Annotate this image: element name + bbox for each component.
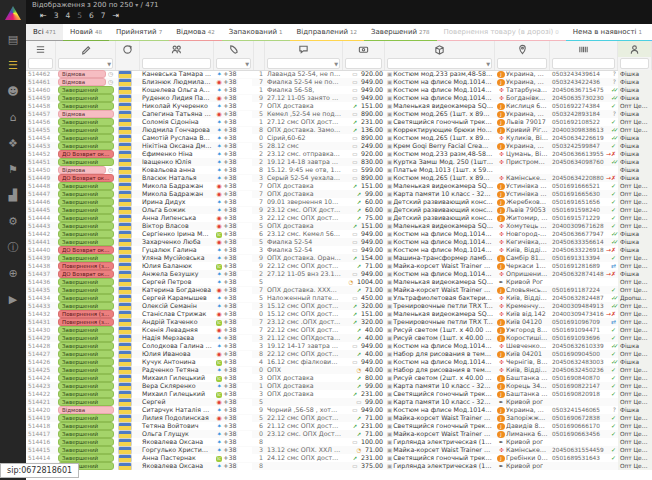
delivery-cell[interactable]: ✒Кривой Рог bbox=[495, 278, 550, 286]
product-cell[interactable]: ▣Костюм на флисе Мод.1014 (1ш... bbox=[385, 94, 495, 102]
phone-cell[interactable]: ✶+38 bbox=[214, 134, 254, 142]
tracking-cell[interactable]: 0501691096709⇄ bbox=[550, 318, 618, 326]
delivery-cell[interactable]: JУстинівка 28600 bbox=[495, 182, 550, 190]
order-row-514429[interactable]: 514429ЗавершенийНадія Мерзаєва✶+38321.12… bbox=[26, 334, 652, 342]
client-name[interactable]: Самотій Руслана Во... bbox=[140, 134, 214, 142]
client-name[interactable]: Сапегина Татьяна С... bbox=[140, 110, 214, 118]
status-cell[interactable]: Завершений bbox=[56, 102, 116, 110]
phone-cell[interactable]: ✶+38 bbox=[214, 102, 254, 110]
phone-cell[interactable]: ✶+38 bbox=[214, 438, 254, 446]
dashboard-icon[interactable]: ▤ bbox=[0, 26, 26, 52]
filter-input-pr[interactable] bbox=[345, 58, 382, 69]
tracking-cell[interactable]: 0501691665630✓ bbox=[550, 190, 618, 198]
order-row-514428[interactable]: 514428ЗавершенийСолодкова Галина В...✶+3… bbox=[26, 342, 652, 350]
delivery-cell[interactable] bbox=[495, 166, 550, 174]
product-cell[interactable]: ▣Рисуй светом (1шт. x 40.00 = 40... bbox=[385, 334, 495, 342]
phone-cell[interactable]: lc+38 bbox=[214, 390, 254, 398]
client-name[interactable]: Николай Кучеренко bbox=[140, 102, 214, 110]
app-logo[interactable] bbox=[0, 0, 26, 26]
company-icon[interactable]: ⌂ bbox=[0, 104, 26, 130]
manager-comment[interactable]: 23.12 смс. ОПХ Доста... bbox=[265, 430, 343, 438]
product-cell[interactable]: ▣Костюм на флисе Мод.1014 (1ш... bbox=[385, 246, 495, 254]
client-name[interactable]: Сергей bbox=[140, 398, 214, 406]
phone-cell[interactable]: ✶+38 bbox=[214, 174, 254, 182]
status-cell[interactable]: Завершений bbox=[56, 158, 116, 166]
phone-cell[interactable]: ◉+38 bbox=[214, 78, 254, 86]
info-icon[interactable]: ⓘ bbox=[0, 234, 26, 260]
product-cell[interactable]: ▣Костюм на флисе Мод.1014 (1ш... bbox=[385, 270, 495, 278]
client-name[interactable]: Руденко Лидия Пав... bbox=[140, 94, 214, 102]
manager-comment[interactable] bbox=[265, 462, 343, 470]
client-name[interactable]: Ксенія Левадняя bbox=[140, 326, 214, 334]
status-cell[interactable]: Завершений bbox=[56, 454, 116, 462]
page-button-3[interactable]: 3 bbox=[54, 11, 59, 20]
phone-cell[interactable]: ◉+38 bbox=[214, 94, 254, 102]
order-row-514449[interactable]: 514449ДО Возврат ок...Власюк Наталья✶+38… bbox=[26, 174, 652, 182]
tracking-cell[interactable]: 20450636613955→✗ bbox=[550, 150, 618, 158]
order-row-514462[interactable]: 514462Відмова◷Каневська Тамара ...✶+381Л… bbox=[26, 70, 652, 78]
tracking-cell[interactable]: 20450633356614✓✓ bbox=[550, 238, 618, 246]
tracking-cell[interactable]: 0501691094471✓ bbox=[550, 326, 618, 334]
phone-cell[interactable]: ◉+38 bbox=[214, 110, 254, 118]
order-row-514414[interactable]: 514414ЗавершенийАнна Пастернакlc+38124.1… bbox=[26, 454, 652, 462]
page-button-7[interactable]: 7 bbox=[101, 11, 106, 20]
tracking-cell[interactable]: 0501690820918✓ bbox=[550, 390, 618, 398]
delivery-cell[interactable]: JУстинівка 28600 bbox=[495, 190, 550, 198]
delivery-cell[interactable]: ✣Кременчук від... bbox=[495, 302, 550, 310]
delivery-cell[interactable]: ✣Куликів, Відділе... bbox=[495, 134, 550, 142]
status-cell[interactable]: Завершений bbox=[56, 238, 116, 246]
product-cell[interactable]: ▣Маленькая видеокамера SQ8 *... bbox=[385, 222, 495, 230]
tracking-cell[interactable]: 20400309671628✓ bbox=[550, 222, 618, 230]
phone-cell[interactable]: ◉+38 bbox=[214, 190, 254, 198]
client-name[interactable]: Тетяна Войтович bbox=[140, 422, 214, 430]
order-row-514442[interactable]: 514442ЗавершенийСергіенко Ірина Ми...lc+… bbox=[26, 230, 652, 238]
status-cell[interactable]: Відмова◷ bbox=[56, 78, 116, 86]
phone-cell[interactable]: ✶+38 bbox=[214, 118, 254, 126]
client-name[interactable]: Ирина Дидух bbox=[140, 198, 214, 206]
delivery-cell[interactable]: JЗапоріжжя 690... bbox=[495, 414, 550, 422]
phone-cell[interactable]: ✶+38 bbox=[214, 302, 254, 310]
phone-cell[interactable]: ◉+38 bbox=[214, 414, 254, 422]
order-row-514456[interactable]: 514456ЗавершенийСоломія Сідоніна✶+38127.… bbox=[26, 118, 652, 126]
filter-dropdown-icon[interactable]: ▼ bbox=[334, 61, 338, 67]
delivery-cell[interactable]: JКислиця 68655 bbox=[495, 102, 550, 110]
status-cell[interactable]: Завершений bbox=[56, 118, 116, 126]
manager-comment[interactable]: Фиалка 52-54 не подошел bbox=[265, 78, 343, 86]
status-cell[interactable]: Завершений bbox=[56, 382, 116, 390]
manager-comment[interactable]: 27.12 11-05 занято 23... bbox=[265, 94, 343, 102]
product-cell[interactable]: ▣Машина-трансформер ламборд... bbox=[385, 254, 495, 262]
delivery-cell[interactable]: JУкраина, м. По... bbox=[495, 78, 550, 86]
delivery-cell[interactable]: ✣Камінське(Дні... bbox=[495, 174, 550, 182]
order-row-514441[interactable]: 514441ЗавершенийЗахарченко Люба◉+385Фиал… bbox=[26, 238, 652, 246]
product-cell[interactable]: ▣Куртка Замш Мод. 250 (1шт. x 8... bbox=[385, 158, 495, 166]
product-cell[interactable]: ▣Тренировочные петли TRX Train... bbox=[385, 302, 495, 310]
delivery-cell[interactable]: ✣Пристроми, Пу... bbox=[495, 158, 550, 166]
payment-column-header[interactable] bbox=[343, 41, 385, 57]
phone-cell[interactable]: ✶+38 bbox=[214, 334, 254, 342]
manager-comment[interactable]: ОПХ bbox=[265, 366, 343, 374]
phone-cell[interactable]: ✶+38 bbox=[214, 158, 254, 166]
manager-comment[interactable]: 23.12 смс .ОПХ доста... bbox=[265, 318, 343, 326]
manager-comment[interactable]: 22.12 смс ОПХ достав... bbox=[265, 350, 343, 358]
status-cell[interactable]: Завершений bbox=[56, 446, 116, 454]
tracking-cell[interactable]: 0501690904500✓ bbox=[550, 350, 618, 358]
product-cell[interactable]: ▣Тренировочные петли TRX Train... bbox=[385, 318, 495, 326]
phone-cell[interactable]: ✶+38 bbox=[214, 382, 254, 390]
tab-7[interactable]: Завершений278 bbox=[364, 24, 437, 42]
orders-list-icon[interactable]: ☰ bbox=[0, 52, 26, 78]
tab-3[interactable]: Прийнятий7 bbox=[109, 24, 169, 42]
settings-sliders-icon[interactable]: ⚙ bbox=[0, 208, 26, 234]
phone-cell[interactable]: lc+38 bbox=[214, 358, 254, 366]
product-cell[interactable]: ▣Костюм мод.265 (1шт. x 890.00... bbox=[385, 110, 495, 118]
tracking-cell[interactable]: 20450636677947✓✓ bbox=[550, 230, 618, 238]
delivery-cell[interactable]: JЖеребкове 664... bbox=[495, 198, 550, 206]
client-name[interactable]: Лилия Подолинская bbox=[140, 414, 214, 422]
client-name[interactable]: Сергіенко Ірина Ми... bbox=[140, 230, 214, 238]
product-cell[interactable]: ▣Майка-корсет Waist Trainer *142... bbox=[385, 262, 495, 270]
order-row-514416[interactable]: 514416ЗавершенийЯковалева Оксана✶+388▭10… bbox=[26, 438, 652, 446]
status-cell[interactable]: Завершений bbox=[56, 438, 116, 446]
delivery-cell[interactable]: JКиїв 04201 bbox=[495, 350, 550, 358]
product-cell[interactable]: ▣Костюм на флисе Мод.1014 (1ш... bbox=[385, 342, 495, 350]
status-cell[interactable]: Повернення (з... bbox=[56, 310, 116, 318]
phone-cell[interactable]: lc+38 bbox=[214, 454, 254, 462]
